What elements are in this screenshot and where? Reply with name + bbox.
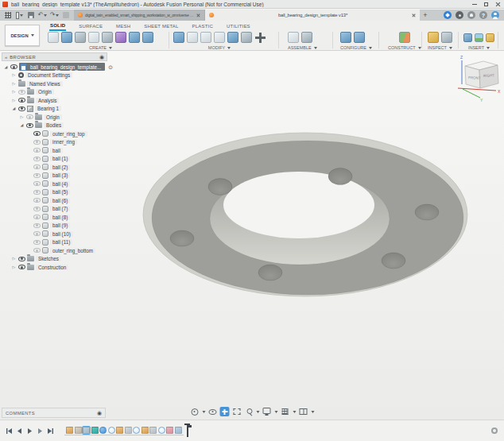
new-component-icon[interactable]	[288, 32, 299, 43]
box-icon[interactable]	[88, 32, 99, 43]
app-grid-icon[interactable]	[5, 12, 11, 18]
caret-down-icon[interactable]	[275, 411, 278, 413]
fillet-icon[interactable]	[187, 32, 198, 43]
extrude-icon[interactable]	[61, 32, 72, 43]
step-back-icon[interactable]	[16, 427, 23, 435]
offset-face-icon[interactable]	[241, 32, 252, 43]
skip-to-end-icon[interactable]	[47, 427, 54, 435]
feature-circular-pattern-icon[interactable]	[158, 427, 165, 434]
tree-item-ball-5[interactable]: ball (5)	[2, 188, 107, 197]
skip-to-start-icon[interactable]	[6, 427, 13, 435]
visibility-eye-icon[interactable]	[10, 64, 17, 69]
chamfer-icon[interactable]	[200, 32, 211, 43]
visibility-eye-icon[interactable]	[18, 98, 25, 103]
step-forward-icon[interactable]	[37, 427, 44, 435]
home-icon[interactable]	[63, 12, 69, 18]
volume-icon[interactable]	[115, 32, 126, 43]
notifications-bell-icon[interactable]	[467, 11, 475, 19]
feature-extrude-icon[interactable]	[149, 427, 157, 434]
maximize-icon[interactable]	[484, 2, 488, 6]
visibility-eye-icon[interactable]	[33, 131, 41, 136]
visibility-eye-icon[interactable]	[33, 173, 41, 178]
tab-ball-bearing-template[interactable]: ball_bearing_design_template v13*	[205, 10, 420, 21]
caret-down-icon[interactable]	[293, 411, 297, 413]
tab-mesh[interactable]: MESH	[115, 23, 131, 30]
collapse-chevrons-icon[interactable]: «	[5, 55, 7, 60]
tree-item-inner-ring[interactable]: inner_ring	[2, 138, 107, 147]
tree-item-root-document[interactable]: ◢ ball_bearing_design_template... ⊙	[2, 63, 107, 72]
expander-icon[interactable]: ▷	[11, 265, 17, 269]
visibility-eye-icon[interactable]	[18, 257, 25, 261]
form-icon[interactable]	[75, 32, 86, 43]
tab-close-icon[interactable]	[196, 14, 200, 17]
measure-icon[interactable]	[428, 32, 439, 43]
visibility-eye-icon[interactable]	[33, 148, 41, 153]
expander-icon[interactable]: ◢	[11, 106, 17, 110]
tree-item-bearing-1[interactable]: ◢ Bearing 1	[2, 105, 107, 114]
feature-move-icon[interactable]	[91, 427, 99, 434]
press-pull-icon[interactable]	[173, 32, 184, 43]
tree-item-analysis[interactable]: ▷ Analysis	[2, 96, 107, 105]
tree-item-ball[interactable]: ball	[2, 146, 107, 155]
zoom-window-icon[interactable]	[232, 407, 242, 416]
viewports-icon[interactable]	[299, 407, 308, 416]
visibility-eye-icon[interactable]	[18, 106, 25, 111]
minimize-icon[interactable]	[472, 4, 477, 5]
undo-button[interactable]: ↶	[39, 12, 46, 19]
caret-down-icon[interactable]	[257, 411, 260, 413]
insert-canvas-icon[interactable]	[475, 33, 483, 42]
create-dropdown[interactable]: CREATE	[48, 45, 153, 50]
save-icon[interactable]	[28, 12, 34, 18]
tree-item-outer-ring-top[interactable]: outer_ring_top	[2, 130, 107, 138]
new-design-button[interactable]	[16, 12, 23, 19]
tab-digital-twin-workstation[interactable]: digital_twin_enabled_smart_shipping_work…	[74, 10, 205, 21]
visibility-eye-icon[interactable]	[33, 207, 41, 211]
tree-item-ball-3[interactable]: ball (3)	[2, 172, 107, 180]
joint-icon[interactable]	[301, 32, 312, 43]
feature-sketch-icon[interactable]	[116, 427, 123, 434]
help-icon[interactable]: ?	[479, 11, 487, 19]
activate-component-radio[interactable]: ⊙	[108, 64, 113, 70]
expander-icon[interactable]: ◢	[19, 123, 25, 127]
fit-icon[interactable]	[244, 407, 254, 416]
visibility-eye-icon[interactable]	[33, 198, 41, 203]
tree-item-ball-11[interactable]: ball (11)	[2, 238, 107, 247]
assemble-dropdown[interactable]: ASSEMBLE	[288, 45, 317, 50]
visibility-eye-icon[interactable]	[33, 164, 41, 169]
expander-icon[interactable]: ▷	[11, 99, 17, 103]
combine-icon[interactable]	[227, 32, 238, 43]
visibility-eye-icon[interactable]	[33, 215, 41, 219]
tree-item-named-views[interactable]: ▷ Named Views	[2, 79, 107, 88]
workspace-selector[interactable]: DESIGN	[5, 25, 40, 46]
comments-expand-icon[interactable]: ◉	[97, 410, 102, 416]
visibility-eye-icon[interactable]	[33, 140, 41, 145]
tree-item-bearing-origin[interactable]: ▷ Origin	[2, 113, 107, 122]
play-icon[interactable]	[26, 427, 33, 435]
visibility-eye-icon[interactable]	[33, 223, 41, 228]
visibility-eye-icon[interactable]	[18, 90, 25, 95]
browser-display-icon[interactable]: ◉	[99, 54, 104, 60]
feature-sketch-icon[interactable]	[66, 427, 73, 434]
expander-icon[interactable]: ▷	[11, 257, 17, 261]
tree-item-ball-2[interactable]: ball (2)	[2, 163, 107, 172]
insert-dxf-icon[interactable]	[486, 33, 494, 42]
feature-combine-icon[interactable]	[166, 427, 173, 434]
extensions-icon[interactable]	[444, 11, 452, 19]
new-tab-button[interactable]: +	[420, 10, 431, 21]
tree-item-construction[interactable]: ▷ Construction	[2, 263, 107, 272]
web-icon[interactable]	[129, 32, 140, 43]
tree-item-document-settings[interactable]: ▷ Document Settings	[2, 72, 107, 80]
construction-plane-icon[interactable]	[399, 32, 410, 43]
tree-item-sketches[interactable]: ▷ Sketches	[2, 255, 107, 264]
expander-icon[interactable]: ▷	[11, 73, 17, 77]
feature-press-pull-icon[interactable]	[75, 427, 82, 434]
display-settings-icon[interactable]	[262, 407, 272, 416]
tree-item-ball-9[interactable]: ball (9)	[2, 222, 107, 230]
shell-icon[interactable]	[214, 32, 225, 43]
redo-button[interactable]: ↷	[51, 12, 58, 19]
tree-item-outer-ring-bottom[interactable]: outer_ring_bottom	[2, 246, 107, 255]
tab-sheet-metal[interactable]: SHEET METAL	[143, 23, 179, 30]
configure-dropdown[interactable]: CONFIGURE	[340, 45, 372, 50]
tree-item-origin[interactable]: ▷ Origin	[2, 88, 107, 97]
visibility-eye-icon[interactable]	[26, 114, 33, 119]
